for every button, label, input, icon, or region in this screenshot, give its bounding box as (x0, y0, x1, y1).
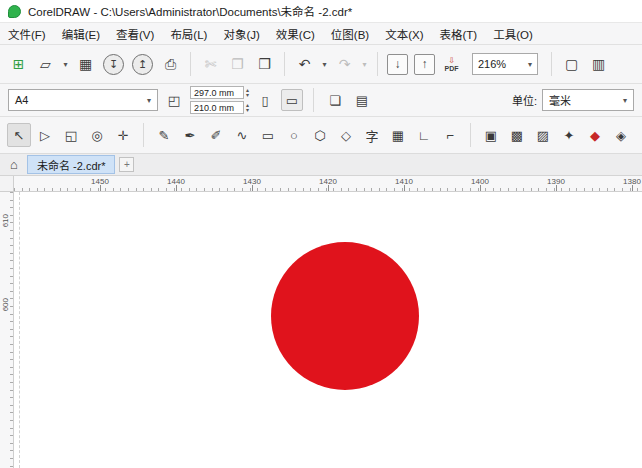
pdf-label: PDF (445, 65, 459, 72)
paste-icon[interactable]: ❒ (252, 52, 277, 77)
dimension-tool-icon[interactable]: ∟ (412, 123, 436, 147)
undo-icon[interactable]: ↶ (292, 52, 317, 77)
portrait-orientation-button[interactable]: ▯ (254, 89, 276, 111)
units-value: 毫米 (549, 92, 571, 108)
outline-pen-tool-icon[interactable]: ◈ (609, 123, 633, 147)
redo-icon[interactable]: ↷ (332, 52, 357, 77)
shape-tool-icon[interactable]: ▷ (33, 123, 57, 147)
window-title: CorelDRAW - C:\Users\Administrator\Docum… (28, 3, 352, 19)
width-stepper[interactable]: ▴ ▾ (246, 88, 249, 98)
menu-table[interactable]: 表格(T) (432, 23, 486, 44)
coreldraw-window: CorelDRAW - C:\Users\Administrator\Docum… (0, 0, 642, 468)
units-label: 单位: (512, 92, 537, 108)
page-height-field[interactable]: 210.0 mm (190, 101, 244, 114)
publish-pdf-icon[interactable]: ⇩ PDF (439, 52, 464, 77)
pan-tool-icon[interactable]: ✛ (111, 123, 135, 147)
redo-dropdown-icon[interactable]: ▾ (359, 52, 370, 77)
menu-object[interactable]: 对象(J) (215, 23, 267, 44)
freehand-tool-icon[interactable]: ✎ (152, 123, 176, 147)
print-icon[interactable]: ⎙ (158, 52, 183, 77)
all-pages-button[interactable]: ❏ (324, 89, 346, 111)
cloud-upload-icon[interactable]: ↥ (132, 54, 153, 75)
undo-dropdown-icon[interactable]: ▾ (319, 52, 330, 77)
open-dropdown-icon[interactable]: ▾ (60, 52, 71, 77)
ruler-tick-cell: 1430 (252, 176, 328, 191)
ellipse-tool-icon[interactable]: ○ (282, 123, 306, 147)
vertical-ruler[interactable]: 610 600 (0, 192, 14, 468)
ruler-row: 1450 1440 1430 1420 1410 (0, 176, 642, 192)
import-icon[interactable]: ↓ (387, 54, 408, 75)
ruler-tick-cell: 1450 (100, 176, 176, 191)
chevron-down-icon: ▾ (623, 96, 627, 105)
cut-icon[interactable]: ✄ (198, 52, 223, 77)
home-icon[interactable]: ⌂ (5, 156, 23, 174)
units-combobox[interactable]: 毫米 ▾ (542, 89, 634, 111)
artistic-media-tool-icon[interactable]: ✐ (204, 123, 228, 147)
interactive-fill-tool-icon[interactable]: ▣ (479, 123, 503, 147)
ruler-tick-cell: 1420 (328, 176, 404, 191)
table-tool-icon[interactable]: ▦ (386, 123, 410, 147)
save-icon[interactable]: ▦ (73, 52, 98, 77)
page-width-field[interactable]: 297.0 mm (190, 86, 244, 99)
new-tab-button[interactable]: + (119, 157, 134, 172)
toolbar-separator (190, 52, 191, 76)
page-size-value: A4 (15, 94, 28, 106)
height-stepper[interactable]: ▴ ▾ (246, 103, 249, 113)
page-edge-guide (19, 192, 20, 468)
page-size-combobox[interactable]: A4 ▾ (8, 89, 158, 111)
rectangle-tool-icon[interactable]: ▭ (256, 123, 280, 147)
crop-tool-icon[interactable]: ◱ (59, 123, 83, 147)
page-dimensions: 297.0 mm ▴ ▾ 210.0 mm ▴ ▾ (190, 86, 249, 115)
text-tool-icon[interactable]: 字 (360, 123, 384, 147)
toolbox: ↖▷◱◎✛ ✎✒✐∿▭○⬡◇字▦∟⌐ ▣▩▨✦◆◈ (0, 117, 642, 154)
clipboard-group: ✄❐❒ (198, 52, 277, 77)
view-group: ▢▥ (559, 52, 611, 77)
zoom-tool-icon[interactable]: ◎ (85, 123, 109, 147)
stepper-down-icon[interactable]: ▾ (246, 93, 249, 98)
menu-layout[interactable]: 布局(L) (162, 23, 215, 44)
stepper-down-icon[interactable]: ▾ (246, 108, 249, 113)
ruler-origin-corner[interactable] (0, 176, 14, 192)
mesh-fill-tool-icon[interactable]: ▩ (505, 123, 529, 147)
document-tab[interactable]: 未命名 -2.cdr* (27, 155, 115, 174)
menu-edit[interactable]: 编辑(E) (54, 23, 108, 44)
show-rulers-icon[interactable]: ▥ (586, 52, 611, 77)
horizontal-ruler[interactable]: 1450 1440 1430 1420 1410 (14, 176, 642, 192)
cloud-group: ↧↥ (100, 54, 156, 75)
menu-effects[interactable]: 效果(C) (268, 23, 323, 44)
pick-tool-icon[interactable]: ↖ (7, 123, 31, 147)
landscape-orientation-button[interactable]: ▭ (281, 89, 303, 111)
copy-icon[interactable]: ❐ (225, 52, 250, 77)
eyedropper-tool-icon[interactable]: ✦ (557, 123, 581, 147)
ruler-label: 1390 (547, 177, 565, 186)
menu-file[interactable]: 文件(F) (0, 23, 54, 44)
export-icon[interactable]: ↑ (414, 54, 435, 75)
zoom-level-combobox[interactable]: 216% ▾ (472, 53, 538, 75)
new-document-icon[interactable]: ⊞ (6, 52, 31, 77)
drawing-canvas[interactable] (14, 192, 642, 468)
bezier-tool-icon[interactable]: ✒ (178, 123, 202, 147)
fullscreen-icon[interactable]: ▢ (559, 52, 584, 77)
ruler-tick-cell: 1380 (632, 176, 642, 191)
menu-view[interactable]: 查看(V) (108, 23, 162, 44)
curve-tool-icon[interactable]: ∿ (230, 123, 254, 147)
ruler-label: 1380 (623, 177, 641, 186)
current-page-button[interactable]: ▤ (351, 89, 373, 111)
smart-fill-tool-icon[interactable]: ◆ (583, 123, 607, 147)
menu-bitmaps[interactable]: 位图(B) (323, 23, 377, 44)
ruler-label: 1450 (91, 177, 109, 186)
draw-tools-group: ✎✒✐∿▭○⬡◇字▦∟⌐ (152, 123, 462, 147)
connector-tool-icon[interactable]: ⌐ (438, 123, 462, 147)
menu-tools[interactable]: 工具(O) (485, 23, 541, 44)
toolbar-separator (470, 123, 471, 147)
red-circle-object[interactable] (271, 242, 419, 390)
transparency-tool-icon[interactable]: ▨ (531, 123, 555, 147)
common-shapes-tool-icon[interactable]: ◇ (334, 123, 358, 147)
ruler-label: 1430 (243, 177, 261, 186)
polygon-tool-icon[interactable]: ⬡ (308, 123, 332, 147)
open-folder-icon[interactable]: ▱ (33, 52, 58, 77)
menu-text[interactable]: 文本(X) (377, 23, 431, 44)
cloud-download-icon[interactable]: ↧ (103, 54, 124, 75)
file-group: ⊞▱▾▦ (6, 52, 98, 77)
toolbar-separator (143, 123, 144, 147)
